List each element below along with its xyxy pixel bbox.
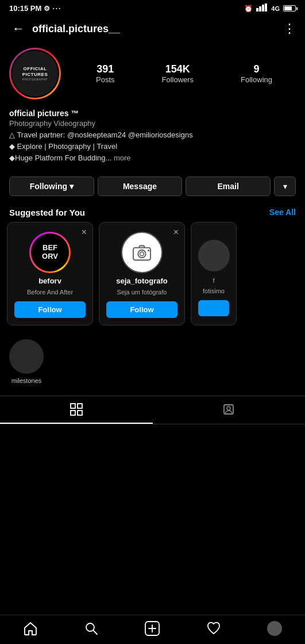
partial-username: f — [213, 277, 214, 284]
nav-heart[interactable] — [206, 621, 221, 636]
message-button[interactable]: Message — [98, 177, 183, 196]
seja-username: seja_fotografo — [116, 277, 168, 285]
status-bar: 10:15 PM ⚙ ··· ⏰ 4G — [0, 0, 305, 17]
nav-profile[interactable] — [267, 621, 282, 636]
avatar-subtext: PHOTOGRAPHY — [22, 78, 48, 81]
status-icons: ⏰ 4G — [244, 3, 296, 13]
stat-followers[interactable]: 154K Followers — [161, 63, 194, 84]
content-tabs — [0, 396, 305, 424]
status-time: 10:15 PM ⚙ ··· — [9, 4, 61, 13]
settings-icon: ⚙ — [44, 5, 50, 13]
bio-line-1: △ Travel partner: @nosleepteam24 @emilio… — [9, 130, 296, 140]
posts-count: 391 — [96, 63, 114, 75]
nav-profile-avatar — [267, 621, 282, 636]
suggested-card-partial: f fotisimo — [191, 222, 237, 325]
add-icon — [145, 621, 160, 636]
following-button[interactable]: Following ▾ — [9, 177, 94, 196]
seja-follow-button[interactable]: Follow — [106, 301, 177, 318]
suggested-scroll: × BEFORV beforv Before And After Follow … — [0, 222, 305, 332]
beforv-username: beforv — [38, 277, 61, 285]
svg-line-15 — [93, 630, 97, 634]
stat-following[interactable]: 9 Following — [241, 63, 272, 84]
suggested-card-beforv: × BEFORV beforv Before And After Follow — [7, 222, 93, 325]
person-icon — [222, 403, 235, 416]
stat-posts[interactable]: 391 Posts — [96, 63, 115, 84]
options-chevron-button[interactable]: ▾ — [274, 177, 296, 196]
more-icon: ··· — [52, 5, 61, 13]
more-button[interactable]: ⋮ — [283, 21, 296, 36]
network-type: 4G — [271, 5, 280, 12]
profile-username-nav: official.pictures__ — [32, 23, 279, 35]
signal-bars — [256, 3, 268, 13]
nav-home[interactable] — [23, 621, 38, 636]
posts-label: Posts — [96, 75, 115, 84]
suggested-title: Suggested for You — [9, 208, 85, 217]
grid-icon — [70, 403, 83, 416]
svg-rect-0 — [256, 8, 258, 12]
followers-count: 154K — [165, 63, 190, 75]
following-label: Following — [241, 75, 272, 84]
svg-rect-11 — [78, 411, 82, 415]
bottom-nav — [0, 615, 305, 644]
svg-rect-2 — [262, 5, 264, 12]
partial-follow-btn[interactable] — [198, 300, 229, 316]
partial-subtitle: fotisimo — [203, 288, 225, 294]
camera-icon — [130, 241, 153, 264]
svg-rect-1 — [259, 6, 261, 12]
action-row: Following ▾ Message Email ▾ — [0, 172, 305, 201]
suggested-header: Suggested for You See All — [0, 201, 305, 222]
search-icon — [84, 621, 99, 636]
profile-header: OFFICIALPICTURES PHOTOGRAPHY 391 Posts 1… — [0, 41, 305, 106]
close-card-beforv[interactable]: × — [82, 227, 87, 237]
bio-line-2: ◆ Explore | Photography | Travel — [9, 141, 296, 152]
seja-avatar[interactable] — [121, 232, 163, 273]
avatar-text: OFFICIALPICTURES — [22, 66, 48, 77]
beforv-follow-button[interactable]: Follow — [14, 301, 86, 318]
svg-point-5 — [138, 250, 145, 257]
stats-row: 391 Posts 154K Followers 9 Following — [72, 63, 296, 84]
partial-avatar — [198, 240, 230, 271]
tab-tagged[interactable] — [153, 396, 306, 424]
beforv-avatar[interactable]: BEFORV — [29, 232, 71, 273]
bio-category: Photography Videography — [9, 119, 296, 128]
svg-rect-3 — [265, 3, 267, 12]
battery-icon — [283, 5, 296, 12]
followers-label: Followers — [161, 75, 194, 84]
avatar-wrapper[interactable]: OFFICIALPICTURES PHOTOGRAPHY — [9, 48, 61, 99]
avatar: OFFICIALPICTURES PHOTOGRAPHY — [11, 49, 59, 98]
beforv-subtitle: Before And After — [27, 289, 73, 296]
svg-rect-10 — [71, 411, 75, 415]
following-count: 9 — [254, 63, 260, 75]
bio-line-3: ◆Huge Platform For Budding... more — [9, 153, 296, 163]
heart-icon — [206, 621, 221, 636]
display-name: official pictures ™ — [9, 109, 296, 118]
top-nav: ← official.pictures__ ⋮ — [0, 17, 305, 41]
svg-point-13 — [227, 407, 230, 410]
bio-section: official pictures ™ Photography Videogra… — [0, 106, 305, 172]
back-button[interactable]: ← — [9, 21, 28, 36]
highlight-label: milestones — [11, 377, 42, 384]
close-card-seja[interactable]: × — [173, 227, 179, 237]
suggested-card-seja: × seja_fotografo Seja um fotógrafo Follo… — [99, 222, 185, 325]
svg-rect-9 — [78, 404, 82, 408]
tab-grid[interactable] — [0, 396, 153, 424]
svg-point-6 — [140, 252, 144, 256]
highlight-milestones[interactable]: milestones — [9, 339, 44, 384]
see-all-button[interactable]: See All — [269, 208, 296, 217]
nav-add[interactable] — [145, 621, 160, 636]
svg-rect-8 — [71, 404, 75, 408]
nav-search[interactable] — [84, 621, 99, 636]
highlight-circle[interactable] — [9, 339, 44, 374]
seja-subtitle: Seja um fotógrafo — [117, 289, 167, 296]
svg-point-7 — [148, 250, 149, 251]
home-icon — [23, 621, 38, 636]
bio-more-link[interactable]: more — [114, 154, 131, 162]
alarm-icon: ⏰ — [244, 5, 253, 13]
highlights-row: milestones — [0, 332, 305, 391]
email-button[interactable]: Email — [186, 177, 271, 196]
